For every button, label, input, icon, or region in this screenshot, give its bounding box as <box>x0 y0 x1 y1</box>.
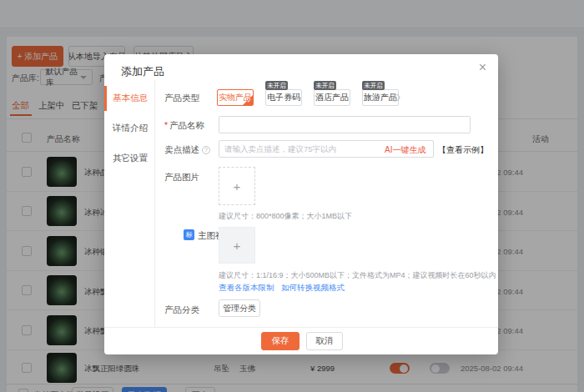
nav-divider <box>154 79 155 327</box>
modal-tab-other-settings[interactable]: 其它设置 <box>104 146 154 171</box>
image-upload-button[interactable]: + <box>219 167 255 205</box>
type-hotel-button[interactable]: 酒店产品 <box>314 89 350 106</box>
plus-icon: + <box>234 179 241 193</box>
disabled-badge: 未开启 <box>314 81 336 90</box>
manage-category-button[interactable]: 管理分类 <box>219 299 260 317</box>
label-text: 卖点描述 <box>164 144 199 154</box>
modal-tab-basic-info[interactable]: 基本信息 <box>104 86 154 111</box>
plus-icon: + <box>234 239 241 253</box>
eye-icon[interactable] <box>389 93 400 102</box>
standard-version-badge: 标 <box>184 229 194 240</box>
cancel-button[interactable]: 取消 <box>306 332 343 350</box>
label-text: 产品名称 <box>169 120 204 130</box>
product-category-label: 产品分类 <box>164 304 199 316</box>
modal-title: 添加产品 <box>121 64 164 79</box>
screen: + 添加产品 从本地导入产品 从其他网店导入 产品库: 默认产品库 产品名称 全… <box>0 0 584 392</box>
version-limits-link[interactable]: 查看各版本限制 <box>219 283 274 294</box>
close-icon[interactable] <box>479 61 486 74</box>
modal-footer-divider <box>104 327 498 328</box>
type-label: 电子券码 <box>267 92 300 103</box>
product-name-label: *产品名称 <box>164 120 204 132</box>
view-example-link[interactable]: 【查看示例】 <box>438 144 488 156</box>
video-upload-button[interactable]: + <box>219 227 255 264</box>
modal-tab-detail-intro[interactable]: 详情介绍 <box>104 116 154 141</box>
check-icon <box>243 95 253 105</box>
save-button[interactable]: 保存 <box>261 332 300 350</box>
help-icon[interactable] <box>202 146 210 154</box>
type-label: 酒店产品 <box>315 92 349 103</box>
convert-format-link[interactable]: 如何转换视频格式 <box>281 283 345 294</box>
video-hint: 建议尺寸：1:1/16:9；大小500MB以下；文件格式为MP4；建议视频时长在… <box>219 270 496 281</box>
disabled-badge: 未开启 <box>362 81 385 90</box>
disabled-badge: 未开启 <box>265 81 288 90</box>
selling-point-label: 卖点描述 <box>164 144 210 156</box>
product-name-input[interactable] <box>219 116 471 133</box>
type-ecoupon-button[interactable]: 电子券码 <box>265 89 302 106</box>
type-physical-button[interactable]: 实物产品 <box>217 89 254 106</box>
add-product-modal: 添加产品 基本信息 详情介绍 其它设置 产品类型 实物产品 未开启 电子券码 未… <box>104 54 498 354</box>
required-mark: * <box>164 120 168 130</box>
ai-generate-button[interactable]: AI一键生成 <box>385 144 425 156</box>
product-type-label: 产品类型 <box>164 93 199 104</box>
product-image-label: 产品图片 <box>164 172 199 183</box>
image-hint: 建议尺寸：800*800像素；大小1MB以下 <box>219 211 352 222</box>
